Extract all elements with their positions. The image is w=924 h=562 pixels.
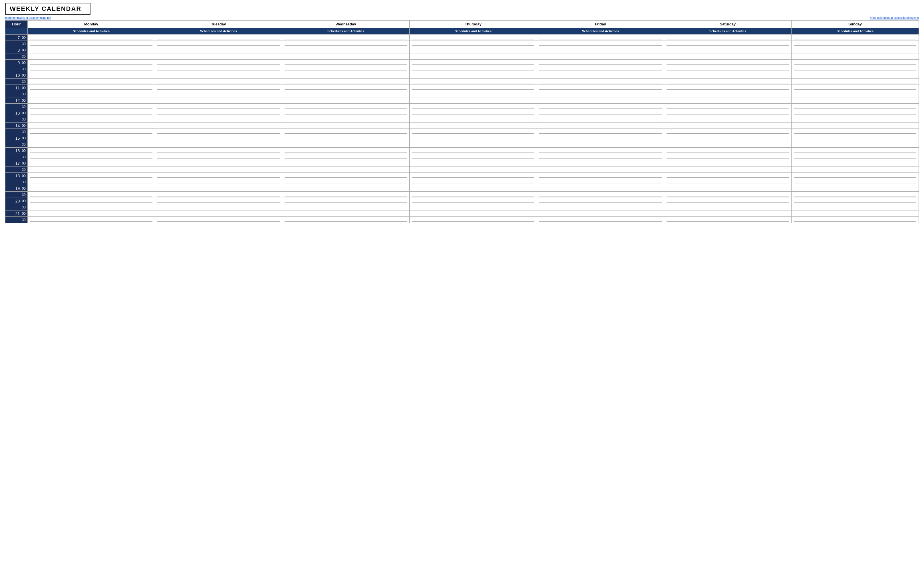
schedule-cell[interactable] [155,41,282,47]
schedule-cell[interactable] [664,160,792,167]
schedule-cell[interactable] [155,72,282,78]
schedule-cell[interactable] [537,47,664,53]
schedule-cell[interactable] [537,217,664,223]
schedule-cell[interactable] [792,98,919,104]
schedule-cell[interactable] [792,66,919,72]
schedule-cell[interactable] [282,179,410,185]
schedule-cell[interactable] [410,60,537,66]
schedule-cell[interactable] [537,91,664,98]
schedule-cell[interactable] [792,47,919,53]
schedule-cell[interactable] [537,160,664,167]
schedule-cell[interactable] [410,204,537,210]
schedule-cell[interactable] [537,35,664,41]
schedule-cell[interactable] [28,210,155,217]
schedule-cell[interactable] [537,72,664,78]
schedule-cell[interactable] [28,116,155,123]
schedule-cell[interactable] [282,35,410,41]
schedule-cell[interactable] [282,160,410,167]
schedule-cell[interactable] [282,66,410,72]
schedule-cell[interactable] [28,129,155,135]
schedule-cell[interactable] [410,91,537,98]
schedule-cell[interactable] [537,204,664,210]
schedule-cell[interactable] [410,53,537,60]
schedule-cell[interactable] [537,210,664,217]
schedule-cell[interactable] [537,116,664,123]
schedule-cell[interactable] [282,192,410,198]
schedule-cell[interactable] [664,110,792,116]
schedule-cell[interactable] [282,141,410,148]
schedule-cell[interactable] [410,135,537,141]
schedule-cell[interactable] [410,123,537,129]
schedule-cell[interactable] [537,123,664,129]
schedule-cell[interactable] [792,110,919,116]
schedule-cell[interactable] [282,198,410,204]
schedule-cell[interactable] [664,98,792,104]
schedule-cell[interactable] [664,104,792,110]
schedule-cell[interactable] [537,173,664,179]
schedule-cell[interactable] [664,47,792,53]
schedule-cell[interactable] [28,53,155,60]
schedule-cell[interactable] [792,72,919,78]
schedule-cell[interactable] [28,85,155,91]
schedule-cell[interactable] [28,110,155,116]
schedule-cell[interactable] [282,123,410,129]
schedule-cell[interactable] [282,210,410,217]
schedule-cell[interactable] [664,210,792,217]
schedule-cell[interactable] [664,66,792,72]
schedule-cell[interactable] [792,204,919,210]
schedule-cell[interactable] [155,204,282,210]
schedule-cell[interactable] [537,198,664,204]
schedule-cell[interactable] [155,98,282,104]
schedule-cell[interactable] [410,98,537,104]
schedule-cell[interactable] [155,148,282,154]
schedule-cell[interactable] [792,160,919,167]
schedule-cell[interactable] [410,110,537,116]
schedule-cell[interactable] [28,154,155,160]
schedule-cell[interactable] [282,135,410,141]
schedule-cell[interactable] [28,66,155,72]
schedule-cell[interactable] [28,173,155,179]
schedule-cell[interactable] [664,85,792,91]
schedule-cell[interactable] [28,179,155,185]
schedule-cell[interactable] [537,66,664,72]
schedule-cell[interactable] [410,104,537,110]
schedule-cell[interactable] [155,60,282,66]
schedule-cell[interactable] [28,123,155,129]
schedule-cell[interactable] [537,129,664,135]
link-left[interactable]: more templates at exceltemplate.net [5,16,51,20]
schedule-cell[interactable] [28,35,155,41]
schedule-cell[interactable] [28,167,155,173]
schedule-cell[interactable] [664,179,792,185]
schedule-cell[interactable] [792,217,919,223]
schedule-cell[interactable] [410,129,537,135]
schedule-cell[interactable] [664,217,792,223]
schedule-cell[interactable] [155,85,282,91]
schedule-cell[interactable] [282,129,410,135]
schedule-cell[interactable] [537,110,664,116]
schedule-cell[interactable] [282,47,410,53]
schedule-cell[interactable] [537,53,664,60]
schedule-cell[interactable] [282,41,410,47]
schedule-cell[interactable] [155,135,282,141]
schedule-cell[interactable] [410,154,537,160]
schedule-cell[interactable] [282,185,410,192]
schedule-cell[interactable] [792,41,919,47]
schedule-cell[interactable] [410,167,537,173]
schedule-cell[interactable] [664,204,792,210]
schedule-cell[interactable] [155,179,282,185]
schedule-cell[interactable] [537,104,664,110]
schedule-cell[interactable] [155,91,282,98]
schedule-cell[interactable] [155,217,282,223]
schedule-cell[interactable] [155,167,282,173]
schedule-cell[interactable] [664,154,792,160]
schedule-cell[interactable] [410,72,537,78]
schedule-cell[interactable] [664,41,792,47]
schedule-cell[interactable] [537,148,664,154]
schedule-cell[interactable] [155,35,282,41]
schedule-cell[interactable] [282,204,410,210]
schedule-cell[interactable] [155,66,282,72]
schedule-cell[interactable] [664,78,792,85]
schedule-cell[interactable] [537,60,664,66]
schedule-cell[interactable] [664,167,792,173]
schedule-cell[interactable] [155,198,282,204]
